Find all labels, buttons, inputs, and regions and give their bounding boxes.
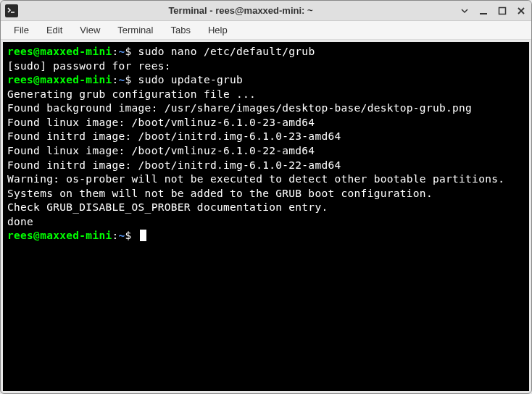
menu-file[interactable]: File	[7, 22, 36, 38]
prompt-symbol: $	[125, 46, 132, 57]
collapse-button[interactable]	[459, 5, 470, 17]
prompt-symbol: $	[125, 74, 132, 85]
output-line: Found linux image: /boot/vmlinuz-6.1.0-2…	[7, 116, 525, 130]
menu-terminal[interactable]: Terminal	[110, 22, 160, 38]
user-host: rees@maxxed-mini	[7, 74, 112, 85]
maximize-button[interactable]	[496, 5, 508, 17]
prompt-line: rees@maxxed-mini:~$ sudo nano /etc/defau…	[7, 45, 525, 59]
terminal-window: Terminal - rees@maxxed-mini: ~ File Edit…	[0, 0, 532, 394]
command-text: sudo nano /etc/default/grub	[138, 46, 315, 57]
menubar: File Edit View Terminal Tabs Help	[1, 21, 531, 40]
titlebar[interactable]: Terminal - rees@maxxed-mini: ~	[1, 1, 531, 21]
output-line: Found initrd image: /boot/initrd.img-6.1…	[7, 159, 525, 173]
menu-view[interactable]: View	[72, 22, 107, 38]
output-line: done	[7, 215, 525, 230]
output-line: Found background image: /usr/share/image…	[7, 101, 525, 116]
prompt-symbol: $	[125, 230, 132, 241]
output-line: Generating grub configuration file ...	[7, 88, 525, 102]
prompt-line: rees@maxxed-mini:~$ sudo update-grub	[7, 73, 525, 88]
terminal-icon	[5, 4, 18, 17]
menu-tabs[interactable]: Tabs	[163, 22, 197, 38]
svg-rect-1	[499, 7, 506, 14]
close-button[interactable]	[515, 5, 527, 17]
cursor	[140, 230, 146, 241]
minimize-button[interactable]	[478, 5, 489, 17]
svg-rect-0	[480, 13, 487, 14]
output-line: Check GRUB_DISABLE_OS_PROBER documentati…	[7, 201, 525, 215]
window-controls	[459, 5, 527, 17]
output-line: Found initrd image: /boot/initrd.img-6.1…	[7, 130, 525, 144]
menu-help[interactable]: Help	[201, 22, 235, 38]
user-host: rees@maxxed-mini	[7, 230, 112, 241]
output-line: [sudo] password for rees:	[7, 59, 525, 74]
cwd: ~	[119, 230, 125, 241]
output-line: Found linux image: /boot/vmlinuz-6.1.0-2…	[7, 144, 525, 159]
output-line: Warning: os-prober will not be executed …	[7, 172, 525, 187]
cwd: ~	[119, 46, 125, 57]
prompt-line: rees@maxxed-mini:~$	[7, 229, 525, 243]
output-line: Systems on them will not be added to the…	[7, 187, 525, 201]
menu-edit[interactable]: Edit	[39, 22, 70, 38]
user-host: rees@maxxed-mini	[7, 46, 112, 57]
window-title: Terminal - rees@maxxed-mini: ~	[22, 5, 459, 16]
command-text: sudo update-grub	[138, 74, 243, 85]
terminal-output[interactable]: rees@maxxed-mini:~$ sudo nano /etc/defau…	[3, 42, 529, 391]
cwd: ~	[119, 74, 125, 85]
